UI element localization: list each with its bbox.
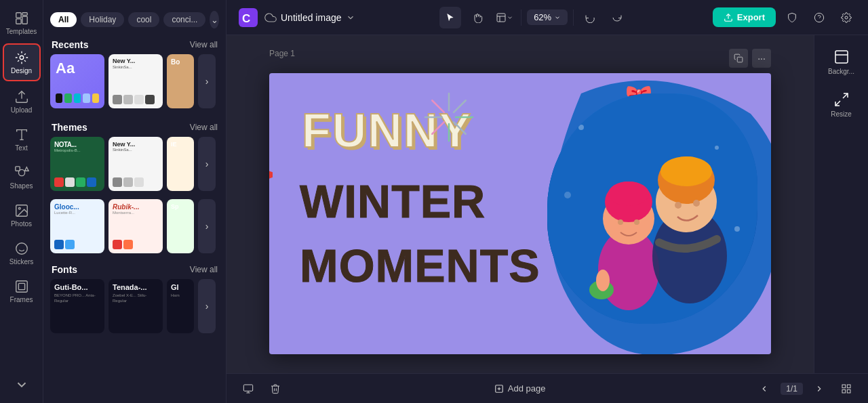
- ny2-sub: SinkinSa...: [113, 148, 159, 152]
- canvas-text-winter[interactable]: WINTER: [300, 178, 486, 224]
- sidebar-item-shapes[interactable]: Shapes: [3, 160, 41, 195]
- fonts-next-button[interactable]: ›: [198, 279, 216, 333]
- recents-next-button[interactable]: ›: [198, 54, 216, 108]
- ny-colors: [113, 95, 159, 104]
- sidebar-item-photos[interactable]: Photos: [3, 198, 41, 233]
- filter-holiday[interactable]: Holiday: [81, 12, 124, 27]
- svg-line-30: [432, 122, 444, 134]
- shield-button[interactable]: [781, 7, 803, 28]
- frame-icon: [496, 12, 507, 23]
- canvas-frame[interactable]: FUNNY WINTER MOMENTS: [269, 73, 771, 354]
- recent-card-partial[interactable]: Bo: [167, 54, 194, 108]
- svg-point-36: [564, 192, 571, 198]
- export-button[interactable]: Export: [713, 7, 776, 27]
- bottom-left: [237, 378, 286, 400]
- theme-card-sp[interactable]: Sp: [167, 199, 194, 253]
- svg-point-35: [715, 146, 719, 150]
- svg-rect-1: [22, 13, 26, 16]
- font-card-guti[interactable]: Guti-Bo... BEYOND PRO... Anta-Regular: [50, 279, 104, 333]
- zoom-control[interactable]: 62%: [527, 9, 568, 25]
- svg-point-37: [734, 226, 740, 232]
- undo-button[interactable]: [579, 7, 601, 28]
- svg-point-41: [608, 182, 649, 206]
- theme-card-rubik[interactable]: Rubik-... Montserra...: [108, 199, 163, 253]
- recent-card-aa[interactable]: Aa: [50, 54, 104, 108]
- nota-sub: Metropolis-B...: [54, 148, 100, 152]
- glooc-colors: [54, 240, 100, 249]
- sidebar-item-frames[interactable]: Frames: [3, 274, 41, 309]
- settings-button[interactable]: [835, 7, 857, 28]
- next-page-button[interactable]: [808, 378, 830, 400]
- svg-rect-19: [497, 14, 505, 22]
- themes-row2-next-button[interactable]: ›: [198, 199, 216, 253]
- nota-colors: [54, 177, 100, 187]
- filter-cool[interactable]: cool: [128, 12, 159, 27]
- delete-button[interactable]: [264, 378, 286, 400]
- help-button[interactable]: [808, 7, 830, 28]
- svg-point-47: [660, 156, 712, 186]
- app-logo[interactable]: C: [237, 7, 259, 28]
- color-swatch: [56, 93, 62, 103]
- color-swatch: [65, 240, 75, 249]
- canvas-scroll[interactable]: Page 1 ···: [226, 35, 814, 373]
- grid-icon: [841, 383, 852, 394]
- photos-icon: [14, 203, 29, 218]
- zoom-value: 62%: [534, 12, 551, 22]
- color-swatch: [123, 95, 133, 104]
- chevron-right-icon: [814, 384, 824, 394]
- recents-view-all[interactable]: View all: [190, 40, 218, 49]
- fonts-view-all[interactable]: View all: [190, 265, 218, 274]
- sidebar-item-stickers[interactable]: Stickers: [3, 236, 41, 271]
- sidebar-item-design[interactable]: Design: [3, 43, 41, 81]
- sidebar-item-upload[interactable]: Upload: [3, 84, 41, 119]
- themes-view-all[interactable]: View all: [190, 123, 218, 132]
- ny2-title: New Y...: [113, 141, 159, 148]
- nota-title: NOTA...: [54, 141, 100, 148]
- redo-icon: [612, 12, 623, 23]
- theme-card-ie[interactable]: IE: [167, 137, 194, 191]
- prev-page-button[interactable]: [753, 378, 775, 400]
- design-panel: All Holiday cool conci... ⌄ Recents View…: [43, 0, 226, 403]
- chevron-down-icon: [14, 377, 29, 392]
- resize-panel-item[interactable]: Resize: [818, 86, 865, 123]
- font-card-tenada[interactable]: Tenada-... Zoebel X-E... Stilu-Regular: [108, 279, 163, 333]
- redo-button[interactable]: [606, 7, 628, 28]
- color-swatch: [76, 177, 85, 187]
- filter-concise[interactable]: conci...: [163, 12, 205, 27]
- filter-all[interactable]: All: [50, 12, 77, 27]
- sidebar-item-templates[interactable]: Templates: [3, 5, 41, 41]
- svg-point-21: [814, 13, 823, 22]
- doc-title-area[interactable]: Untitled image: [264, 12, 355, 24]
- filter-more-button[interactable]: ⌄: [210, 11, 219, 28]
- frame-tool-button[interactable]: [494, 7, 515, 28]
- font-card-gl[interactable]: Gl Ham: [167, 279, 194, 333]
- theme-card-glooc[interactable]: Glooc... Lucette-R...: [50, 199, 104, 253]
- color-swatch: [134, 177, 144, 187]
- recent-card-ny[interactable]: New Y... SinkinSa...: [108, 54, 163, 108]
- aa-text: Aa: [56, 60, 99, 77]
- canvas-top-bar: Page 1 ···: [269, 49, 771, 68]
- rubik-title: Rubik-...: [113, 203, 159, 211]
- sidebar-item-more[interactable]: [3, 372, 41, 398]
- toolbar-divider2: [573, 9, 574, 26]
- sidebar-item-stickers-label: Stickers: [9, 258, 34, 266]
- svg-point-42: [618, 219, 623, 225]
- glooc-title: Glooc...: [54, 203, 100, 211]
- add-page-button[interactable]: Add page: [488, 381, 553, 396]
- add-page-label: Add page: [508, 383, 546, 394]
- grid-view-button[interactable]: [835, 378, 857, 400]
- sidebar-item-text[interactable]: Text: [3, 122, 41, 157]
- copy-icon: [734, 54, 743, 63]
- canvas-more-button[interactable]: ···: [752, 49, 771, 68]
- background-panel-item[interactable]: Backgr...: [818, 43, 865, 81]
- theme-card-ny2[interactable]: New Y... SinkinSa...: [108, 137, 163, 191]
- canvas-copy-button[interactable]: [729, 49, 748, 68]
- hand-icon: [472, 12, 483, 23]
- canvas-text-moments[interactable]: MOMENTS: [300, 242, 540, 289]
- theme-card-nota[interactable]: NOTA... Metropolis-B...: [50, 137, 104, 191]
- hand-tool-button[interactable]: [467, 7, 488, 28]
- select-tool-button[interactable]: [439, 7, 461, 28]
- themes-row1-next-button[interactable]: ›: [198, 137, 216, 191]
- font-gl-sub: Ham: [171, 293, 190, 298]
- present-button[interactable]: [237, 378, 259, 400]
